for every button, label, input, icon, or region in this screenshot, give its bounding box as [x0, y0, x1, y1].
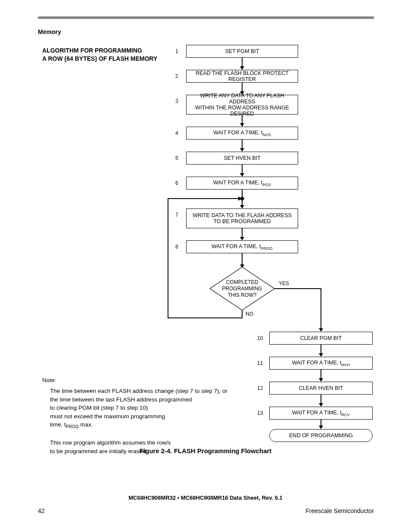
- step-3-box: WRITE ANY DATA TO ANY FLASH ADDRESS WITH…: [186, 95, 298, 115]
- yes-label: YES: [279, 280, 289, 286]
- step-10-box: CLEAR PGM BIT: [269, 332, 373, 345]
- step-12-box: CLEAR HVEN BIT: [269, 382, 373, 395]
- note-label: Note:: [42, 376, 56, 385]
- step-3-l1: WRITE ANY DATA TO ANY FLASH ADDRESS: [187, 93, 298, 105]
- no-label: NO: [246, 311, 253, 317]
- step-num-13: 13: [257, 410, 263, 416]
- step-4-text: WAIT FOR A TIME, tNVS: [213, 130, 271, 137]
- step-1-box: SET PGM BIT: [186, 45, 298, 58]
- step-num-5: 5: [175, 155, 178, 161]
- footer-center: MC68HC908MR32 • MC68HC908MR16 Data Sheet…: [0, 495, 411, 501]
- step-7-box: WRITE DATA TO THE FLASH ADDRESS TO BE PR…: [186, 208, 298, 228]
- step-13-text: WAIT FOR A TIME, tRCV: [292, 410, 350, 417]
- step-num-2: 2: [175, 73, 178, 79]
- step-num-12: 12: [257, 385, 263, 391]
- step-10-text: CLEAR PGM BIT: [300, 335, 342, 341]
- terminator-text: END OF PROGRAMMING: [289, 432, 353, 439]
- step-2-box: READ THE FLASH BLOCK PROTECT REGISTER: [186, 70, 298, 83]
- step-6-box: WAIT FOR A TIME, tPGS: [186, 177, 298, 190]
- step-num-8: 8: [175, 244, 178, 250]
- step-num-3: 3: [175, 98, 178, 104]
- step-num-7: 7: [175, 212, 178, 218]
- step-11-text: WAIT FOR A TIME, tNVH: [292, 360, 350, 367]
- step-num-10: 10: [257, 335, 263, 341]
- step-num-1: 1: [175, 48, 178, 54]
- step-2-text: READ THE FLASH BLOCK PROTECT REGISTER: [187, 70, 298, 82]
- note-body: The time between each FLASH address chan…: [50, 387, 227, 455]
- decision-text: COMPLETED PROGRAMMING THIS ROW?: [222, 279, 262, 299]
- step-7-l2: TO BE PROGRAMMED: [213, 218, 271, 224]
- step-num-4: 4: [175, 130, 178, 136]
- footer-company: Freescale Semiconductor: [305, 507, 374, 514]
- step-5-text: SET HVEN BIT: [224, 155, 260, 161]
- step-6-text: WAIT FOR A TIME, tPGS: [213, 180, 271, 187]
- step-12-text: CLEAR HVEN BIT: [299, 385, 343, 391]
- step-5-box: SET HVEN BIT: [186, 152, 298, 165]
- terminator-box: END OF PROGRAMMING: [269, 429, 373, 442]
- step-8-text: WAIT FOR A TIME, tPROG: [212, 243, 273, 251]
- page-number: 42: [38, 507, 45, 514]
- decision-diamond: COMPLETED PROGRAMMING THIS ROW?: [210, 267, 274, 310]
- step-11-box: WAIT FOR A TIME, tNVH: [269, 357, 373, 370]
- figure-caption: Figure 2-4. FLASH Programming Flowchart: [0, 447, 411, 454]
- step-8-box: WAIT FOR A TIME, tPROG: [186, 240, 298, 253]
- step-num-11: 11: [257, 360, 263, 366]
- step-num-6: 6: [175, 180, 178, 186]
- step-4-box: WAIT FOR A TIME, tNVS: [186, 127, 298, 140]
- step-1-text: SET PGM BIT: [225, 48, 259, 54]
- step-13-box: WAIT FOR A TIME, tRCV: [269, 407, 373, 420]
- step-7-l1: WRITE DATA TO THE FLASH ADDRESS: [193, 212, 292, 218]
